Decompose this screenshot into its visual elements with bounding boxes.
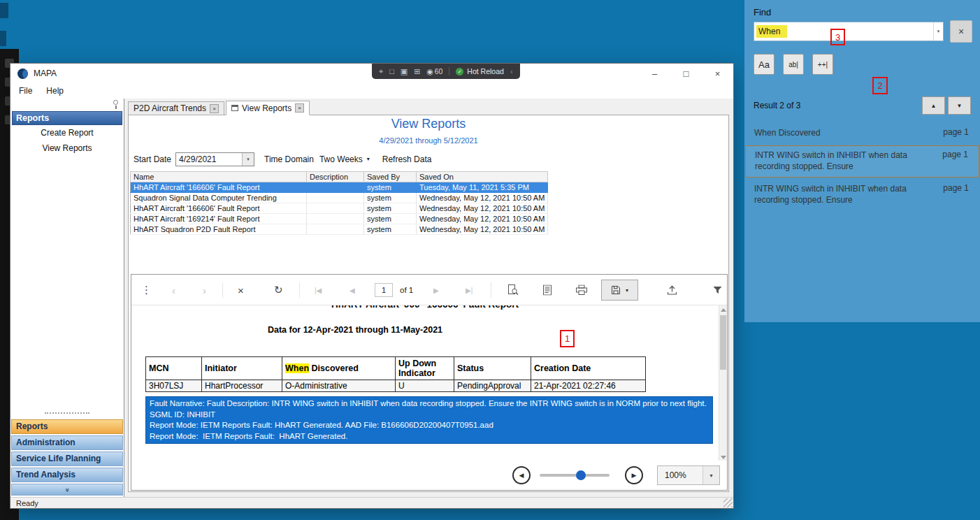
find-close-button[interactable]: × bbox=[950, 20, 972, 43]
column-header-initiator: Initiator bbox=[202, 357, 282, 380]
splitter-handle[interactable] bbox=[45, 412, 89, 417]
status-text: Ready bbox=[16, 499, 38, 507]
saved-reports-table: Name Description Saved By Saved On HhART… bbox=[130, 171, 548, 235]
chevron-down-icon[interactable]: ▾ bbox=[702, 466, 719, 484]
column-header-description[interactable]: Description bbox=[307, 172, 364, 182]
navigate-forward-icon[interactable]: › bbox=[203, 284, 206, 296]
table-row[interactable]: HhART Aircraft '166606' Fault Report sys… bbox=[131, 182, 548, 193]
zoom-in-button[interactable]: ▶ bbox=[625, 466, 643, 484]
filter-icon[interactable] bbox=[713, 285, 722, 294]
publish-icon[interactable] bbox=[667, 284, 677, 295]
print-preview-icon[interactable] bbox=[507, 284, 519, 296]
sidebar-item-create-report[interactable]: Create Report bbox=[10, 126, 124, 140]
find-results-list: When Discovered page 1 INTR WING switch … bbox=[744, 123, 980, 211]
cell-saved-on: Tuesday, May 11, 2021 5:35 PM bbox=[417, 182, 548, 193]
close-button[interactable]: × bbox=[702, 64, 733, 83]
navigate-back-icon[interactable]: ‹ bbox=[172, 284, 175, 296]
list-item[interactable]: When Discovered page 1 bbox=[744, 123, 980, 144]
column-header-saved-on[interactable]: Saved On bbox=[417, 172, 548, 182]
chevron-down-icon[interactable]: ▾ bbox=[933, 22, 943, 41]
fps-counter: ◉ 60 bbox=[426, 67, 442, 75]
pin-icon[interactable] bbox=[113, 100, 118, 105]
match-case-button[interactable]: Aa bbox=[754, 54, 774, 75]
start-date-picker[interactable]: 4/29/2021 ▾ bbox=[175, 152, 254, 166]
maximize-button[interactable]: □ bbox=[670, 64, 702, 83]
refresh-icon[interactable]: ↻ bbox=[274, 284, 283, 296]
scrollbar-thumb[interactable] bbox=[720, 315, 726, 370]
full-match-button[interactable]: ++| bbox=[812, 54, 833, 75]
table-row[interactable]: Squadron Signal Data Computer Trending s… bbox=[131, 193, 548, 203]
result-page: page 1 bbox=[943, 127, 969, 137]
tab-p2d-aircraft-trends[interactable]: P2D Aircraft Trends × bbox=[128, 101, 224, 115]
zoom-slider-thumb[interactable] bbox=[576, 470, 586, 480]
collapse-toolbar-icon[interactable]: ‹ bbox=[510, 67, 513, 75]
zoom-slider[interactable] bbox=[540, 474, 610, 477]
table-row[interactable]: HhART Aircraft '166606' Fault Report sys… bbox=[131, 203, 548, 214]
chevron-down-icon: ▾ bbox=[367, 156, 370, 162]
accordion-administration[interactable]: Administration bbox=[11, 435, 123, 450]
first-page-icon[interactable]: |◀ bbox=[315, 286, 322, 294]
next-page-icon[interactable]: ▶ bbox=[433, 286, 439, 294]
select-element-icon[interactable]: ⌖ bbox=[379, 67, 383, 76]
find-panel: Find When ▾ × Aa ab| ++| Result 2 of 3 ▲… bbox=[744, 0, 980, 322]
list-item-selected[interactable]: INTR WING switch in INHIBIT when data re… bbox=[745, 145, 979, 178]
narrative-line: Fault Narrative: Fault Description: INTR… bbox=[150, 398, 709, 410]
previous-result-button[interactable]: ▲ bbox=[922, 96, 945, 115]
print-icon[interactable] bbox=[576, 284, 587, 295]
zoom-level-select[interactable]: 100% ▾ bbox=[657, 465, 720, 485]
zoom-out-button[interactable]: ◀ bbox=[512, 466, 531, 484]
table-row[interactable]: HhART Squadron P2D Fault Report system W… bbox=[131, 224, 548, 235]
previous-page-icon[interactable]: ◀ bbox=[350, 286, 355, 294]
time-domain-value: Two Weeks bbox=[319, 154, 363, 164]
cell-saved-on: Wednesday, May 12, 2021 10:50 AM bbox=[417, 203, 548, 214]
minimize-button[interactable]: – bbox=[639, 64, 670, 83]
resize-grip[interactable] bbox=[723, 498, 733, 507]
cell-name: HhART Aircraft '169214' Fault Report bbox=[131, 214, 307, 224]
page-setup-icon[interactable] bbox=[542, 284, 552, 295]
tab-label: P2D Aircraft Trends bbox=[134, 103, 206, 113]
tab-bar: P2D Aircraft Trends × View Reports × bbox=[128, 101, 311, 115]
column-header-mcn: MCN bbox=[146, 357, 202, 380]
zoom-bar: ◀ ▶ 100% ▾ bbox=[131, 461, 727, 490]
next-result-button[interactable]: ▼ bbox=[948, 96, 971, 115]
table-row[interactable]: HhART Aircraft '169214' Fault Report sys… bbox=[131, 214, 548, 224]
scroll-down-icon[interactable] bbox=[721, 456, 726, 459]
more-options-icon[interactable]: ⋮ bbox=[141, 284, 152, 296]
time-domain-select[interactable]: Two Weeks ▾ bbox=[319, 154, 370, 164]
menu-file[interactable]: File bbox=[19, 86, 32, 96]
vertical-scrollbar[interactable] bbox=[719, 305, 727, 462]
accordion-reports[interactable]: Reports bbox=[11, 419, 123, 434]
accordion-trend-analysis[interactable]: Trend Analysis bbox=[11, 468, 123, 482]
sidebar-item-view-reports[interactable]: View Reports bbox=[10, 141, 124, 156]
current-page-input[interactable]: 1 bbox=[375, 283, 393, 297]
column-header-name[interactable]: Name bbox=[131, 172, 307, 182]
cancel-rendering-icon[interactable]: × bbox=[238, 284, 244, 296]
fault-table: MCN Initiator When Discovered Up Down In… bbox=[145, 356, 646, 392]
export-button[interactable]: ▾ bbox=[601, 280, 638, 301]
list-item[interactable]: INTR WING switch in INHIBIT when data re… bbox=[744, 179, 980, 211]
cell-description bbox=[307, 224, 364, 235]
exact-word-button[interactable]: ab| bbox=[783, 54, 804, 75]
cell-saved-by: system bbox=[364, 182, 417, 193]
chevron-down-icon[interactable]: ▾ bbox=[242, 153, 254, 166]
find-search-input[interactable]: When ▾ bbox=[754, 22, 944, 41]
scroll-up-icon[interactable] bbox=[721, 308, 726, 312]
cell-saved-by: system bbox=[364, 224, 417, 235]
zoom-value: 100% bbox=[658, 466, 702, 484]
tab-close-icon[interactable]: × bbox=[210, 104, 219, 113]
result-text: INTR WING switch in INHIBIT when data re… bbox=[755, 150, 931, 172]
accordion-service-life-planning[interactable]: Service Life Planning bbox=[11, 452, 123, 466]
last-page-icon[interactable]: ▶| bbox=[466, 286, 473, 294]
refresh-data-button[interactable]: Refresh Data bbox=[382, 154, 432, 164]
page-count-label: of 1 bbox=[400, 286, 413, 294]
column-header-saved-by[interactable]: Saved By bbox=[364, 172, 417, 182]
grid-icon[interactable]: ⊞ bbox=[414, 67, 420, 76]
inspect-icon[interactable]: □ bbox=[389, 67, 394, 75]
accordion-overflow-button[interactable]: » bbox=[11, 484, 123, 496]
hot-reload-button[interactable]: ✓ Hot Reload bbox=[456, 67, 504, 75]
menu-help[interactable]: Help bbox=[46, 86, 64, 96]
tab-view-reports[interactable]: View Reports × bbox=[226, 101, 310, 115]
layout-icon[interactable]: ▣ bbox=[401, 67, 408, 76]
tab-close-icon[interactable]: × bbox=[295, 103, 304, 113]
annotation-box-1: 1 bbox=[560, 330, 575, 347]
